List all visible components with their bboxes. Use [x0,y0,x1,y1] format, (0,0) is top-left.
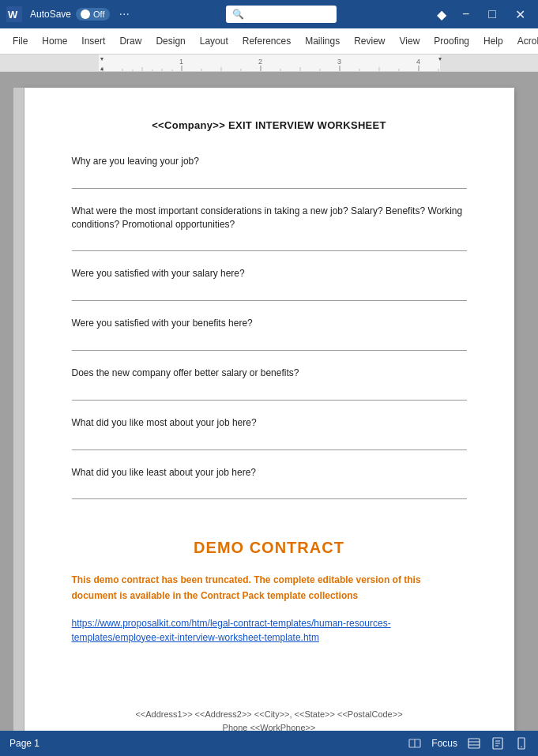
document-title: <<Company>> EXIT INTERVIEW WORKSHEET [72,119,467,131]
svg-rect-3 [0,55,99,72]
menu-help[interactable]: Help [477,32,510,50]
menu-view[interactable]: View [393,32,427,50]
autosave-label: AutoSave [30,9,71,20]
left-margin-bar [13,88,24,732]
question-text-7: What did you like least about your job h… [72,466,467,480]
menu-draw[interactable]: Draw [113,32,148,50]
question-block-2: What were the most important considerati… [72,205,467,252]
title-bar-left: W AutoSave Off ··· [6,6,130,22]
question-block-6: What did you like most about your job he… [72,416,467,450]
menu-acrobat[interactable]: Acrobat [511,32,538,50]
more-options-icon[interactable]: ··· [119,7,130,21]
status-bar: Page 1 Focus [0,731,538,756]
question-text-5: Does the new company offer better salary… [72,367,467,380]
answer-line-7 [72,485,467,499]
menu-mailings[interactable]: Mailings [299,32,346,50]
mobile-layout-icon[interactable] [514,736,529,750]
question-block-7: What did you like least about your job h… [72,466,467,500]
page-number: Page 1 [9,738,40,749]
question-text-6: What did you like most about your job he… [72,416,467,430]
menu-layout[interactable]: Layout [194,32,235,50]
title-bar-center: 🔍 [130,6,434,23]
answer-line-4 [72,337,467,351]
focus-label[interactable]: Focus [431,738,457,749]
word-icon: W [6,6,22,22]
menu-references[interactable]: References [236,32,297,50]
answer-line-6 [72,436,467,450]
menu-bar: File Home Insert Draw Design Layout Refe… [0,28,538,54]
footer-line-1: <<Address1>> <<Address2>> <<City>>, <<St… [72,708,467,722]
menu-insert[interactable]: Insert [75,32,111,50]
menu-review[interactable]: Review [348,32,391,50]
demo-contract-text: This demo contract has been truncated. T… [72,573,467,603]
status-bar-right: Focus [408,736,529,750]
menu-proofing[interactable]: Proofing [427,32,476,50]
print-layout-icon[interactable] [491,736,505,750]
question-text-1: Why are you leaving your job? [72,155,467,168]
menu-file[interactable]: File [6,32,34,50]
svg-text:1: 1 [179,58,183,66]
title-bar-right: ◆ − □ ✕ [434,7,532,22]
question-text-3: Were you satisfied with your salary here… [72,267,467,280]
search-bar[interactable]: 🔍 [226,6,337,23]
question-block-3: Were you satisfied with your salary here… [72,267,467,301]
svg-text:W: W [8,9,18,21]
svg-text:4: 4 [416,58,420,66]
question-block-1: Why are you leaving your job? [72,155,467,189]
svg-point-43 [521,747,522,748]
svg-rect-4 [440,55,538,72]
doc-area: <<Company>> EXIT INTERVIEW WORKSHEET Why… [0,72,538,732]
autosave-toggle[interactable]: Off [76,8,109,21]
svg-text:3: 3 [337,58,341,66]
demo-contract-title: DEMO CONTRACT [72,539,467,557]
toggle-state: Off [93,9,104,19]
diamond-icon: ◆ [434,7,450,22]
footer-address: <<Address1>> <<Address2>> <<City>>, <<St… [72,708,467,732]
close-button[interactable]: ✕ [509,7,532,22]
layout-icon[interactable] [467,736,481,750]
answer-line-2 [72,237,467,251]
title-bar: W AutoSave Off ··· 🔍 ◆ − □ ✕ [0,0,538,28]
question-block-5: Does the new company offer better salary… [72,367,467,401]
toggle-dot [81,9,90,19]
search-icon: 🔍 [232,9,244,20]
question-text-2: What were the most important considerati… [72,205,467,231]
demo-link[interactable]: https://www.proposalkit.com/htm/legal-co… [72,616,467,645]
answer-line-1 [72,175,467,189]
menu-design[interactable]: Design [149,32,191,50]
read-mode-icon[interactable] [408,736,422,750]
question-text-4: Were you satisfied with your benefits he… [72,317,467,330]
minimize-button[interactable]: − [456,7,476,21]
answer-line-3 [72,287,467,301]
maximize-button[interactable]: □ [482,7,502,21]
svg-rect-35 [468,739,480,748]
document-page: <<Company>> EXIT INTERVIEW WORKSHEET Why… [24,88,514,732]
ribbon: File Home Insert Draw Design Layout Refe… [0,28,538,55]
question-block-4: Were you satisfied with your benefits he… [72,317,467,351]
menu-home[interactable]: Home [36,32,73,50]
svg-text:2: 2 [258,58,262,66]
answer-line-5 [72,386,467,401]
ruler: 1 2 3 4 [0,55,538,72]
